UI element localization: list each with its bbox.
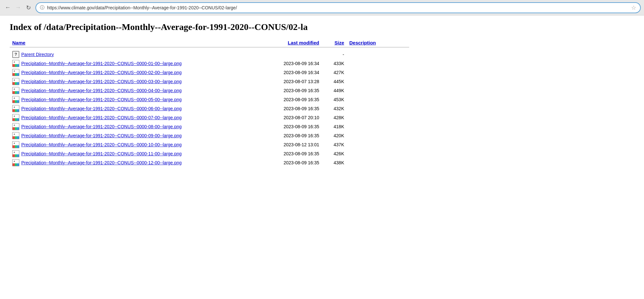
- file-link[interactable]: Precipitation--Monthly--Average-for-1991…: [21, 151, 182, 156]
- forward-button[interactable]: →: [14, 3, 23, 12]
- file-desc: [347, 149, 409, 158]
- table-row: Precipitation--Monthly--Average-for-1991…: [10, 131, 409, 140]
- parent-desc: [347, 50, 409, 59]
- file-desc: [347, 77, 409, 86]
- file-size: 449K: [322, 86, 347, 95]
- table-row: Precipitation--Monthly--Average-for-1991…: [10, 140, 409, 149]
- file-size: 432K: [322, 104, 347, 113]
- image-file-icon: [12, 114, 19, 121]
- image-file-icon: [12, 69, 19, 76]
- file-size: 427K: [322, 68, 347, 77]
- file-size: 433K: [322, 59, 347, 68]
- image-file-icon: [12, 105, 19, 112]
- name-sort-link[interactable]: Name: [12, 40, 25, 45]
- page-title: Index of /data/Precipitation--Monthly--A…: [10, 22, 409, 32]
- file-desc: [347, 113, 409, 122]
- desc-column-header: Description: [347, 39, 409, 47]
- modified-sort-link[interactable]: Last modified: [288, 40, 319, 45]
- file-desc: [347, 158, 409, 167]
- folder-unknown-icon: ?: [12, 51, 19, 58]
- file-link[interactable]: Precipitation--Monthly--Average-for-1991…: [21, 106, 182, 111]
- file-size: 418K: [322, 122, 347, 131]
- image-file-icon: [12, 132, 19, 139]
- file-link[interactable]: Precipitation--Monthly--Average-for-1991…: [21, 133, 182, 138]
- parent-size: -: [322, 50, 347, 59]
- file-link[interactable]: Precipitation--Monthly--Average-for-1991…: [21, 79, 182, 84]
- image-file-icon: [12, 96, 19, 103]
- file-desc: [347, 86, 409, 95]
- file-modified: 2023-08-09 16:35: [238, 104, 322, 113]
- size-sort-link[interactable]: Size: [334, 40, 344, 45]
- table-row: Precipitation--Monthly--Average-for-1991…: [10, 77, 409, 86]
- file-modified: 2023-08-09 16:35: [238, 149, 322, 158]
- table-row: Precipitation--Monthly--Average-for-1991…: [10, 149, 409, 158]
- file-link[interactable]: Precipitation--Monthly--Average-for-1991…: [21, 115, 182, 120]
- address-bar[interactable]: ⓘ ☆: [35, 2, 641, 13]
- table-row: Precipitation--Monthly--Average-for-1991…: [10, 86, 409, 95]
- image-file-icon: [12, 150, 19, 157]
- size-column-header: Size: [322, 39, 347, 47]
- table-row: Precipitation--Monthly--Average-for-1991…: [10, 122, 409, 131]
- image-file-icon: [12, 123, 19, 130]
- file-modified: 2023-08-09 16:34: [238, 68, 322, 77]
- file-modified: 2023-08-09 16:35: [238, 158, 322, 167]
- modified-column-header: Last modified: [238, 39, 322, 47]
- url-input[interactable]: [47, 5, 629, 10]
- back-button[interactable]: ←: [3, 3, 12, 12]
- image-file-icon: [12, 87, 19, 94]
- file-modified: 2023-08-07 20:10: [238, 113, 322, 122]
- file-desc: [347, 122, 409, 131]
- file-link[interactable]: Precipitation--Monthly--Average-for-1991…: [21, 124, 182, 129]
- file-size: 437K: [322, 140, 347, 149]
- nav-buttons: ← → ↻: [3, 3, 33, 12]
- file-size: 428K: [322, 113, 347, 122]
- file-desc: [347, 59, 409, 68]
- table-row: Precipitation--Monthly--Average-for-1991…: [10, 158, 409, 167]
- file-link[interactable]: Precipitation--Monthly--Average-for-1991…: [21, 97, 182, 102]
- file-desc: [347, 104, 409, 113]
- file-desc: [347, 68, 409, 77]
- image-file-icon: [12, 78, 19, 85]
- browser-toolbar: ← → ↻ ⓘ ☆: [0, 0, 644, 15]
- file-modified: 2023-08-09 16:35: [238, 131, 322, 140]
- file-size: 420K: [322, 131, 347, 140]
- image-file-icon: [12, 60, 19, 67]
- file-modified: 2023-08-09 16:34: [238, 59, 322, 68]
- table-row: Precipitation--Monthly--Average-for-1991…: [10, 59, 409, 68]
- file-size: 445K: [322, 77, 347, 86]
- reload-button[interactable]: ↻: [24, 3, 33, 12]
- file-modified: 2023-08-12 13:01: [238, 140, 322, 149]
- image-file-icon: [12, 159, 19, 166]
- table-row: Precipitation--Monthly--Average-for-1991…: [10, 95, 409, 104]
- file-listing-table: Name Last modified Size Description ? Pa…: [10, 39, 409, 167]
- table-row: Precipitation--Monthly--Average-for-1991…: [10, 68, 409, 77]
- bookmark-icon[interactable]: ☆: [631, 4, 636, 11]
- file-size: 426K: [322, 149, 347, 158]
- security-icon: ⓘ: [40, 5, 44, 11]
- table-header-row: Name Last modified Size Description: [10, 39, 409, 47]
- desc-sort-link[interactable]: Description: [349, 40, 376, 45]
- file-desc: [347, 95, 409, 104]
- image-file-icon: [12, 141, 19, 148]
- file-link[interactable]: Precipitation--Monthly--Average-for-1991…: [21, 61, 182, 66]
- page-content: Index of /data/Precipitation--Monthly--A…: [0, 15, 419, 174]
- file-desc: [347, 140, 409, 149]
- file-link[interactable]: Precipitation--Monthly--Average-for-1991…: [21, 70, 182, 75]
- file-modified: 2023-08-09 16:35: [238, 86, 322, 95]
- spacer-row: [10, 47, 409, 50]
- parent-modified: [238, 50, 322, 59]
- file-link[interactable]: Precipitation--Monthly--Average-for-1991…: [21, 142, 182, 147]
- file-size: 453K: [322, 95, 347, 104]
- file-modified: 2023-08-07 13:28: [238, 77, 322, 86]
- file-link[interactable]: Precipitation--Monthly--Average-for-1991…: [21, 88, 182, 93]
- parent-directory-link[interactable]: Parent Directory: [21, 52, 54, 57]
- file-modified: 2023-08-09 16:35: [238, 122, 322, 131]
- table-row: ? Parent Directory -: [10, 50, 409, 59]
- file-modified: 2023-08-09 16:35: [238, 95, 322, 104]
- file-desc: [347, 131, 409, 140]
- file-link[interactable]: Precipitation--Monthly--Average-for-1991…: [21, 160, 182, 165]
- file-size: 438K: [322, 158, 347, 167]
- table-row: Precipitation--Monthly--Average-for-1991…: [10, 113, 409, 122]
- name-column-header: Name: [10, 39, 238, 47]
- table-row: Precipitation--Monthly--Average-for-1991…: [10, 104, 409, 113]
